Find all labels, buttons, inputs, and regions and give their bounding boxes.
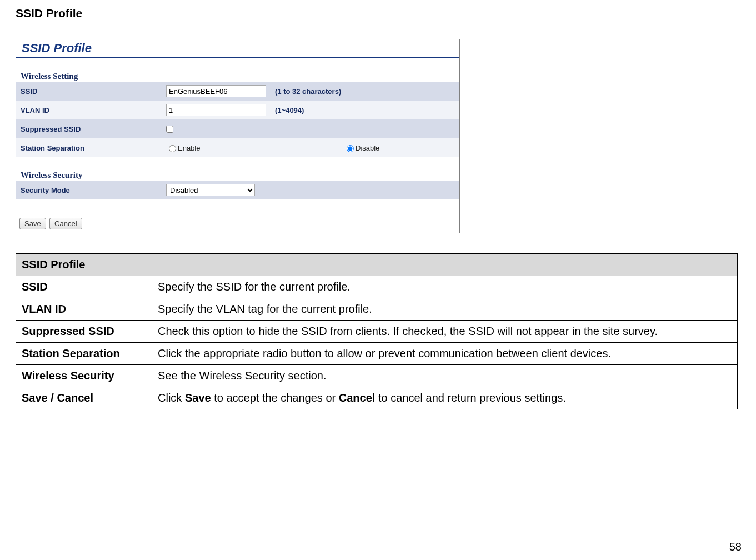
- desc-key: Suppressed SSID: [16, 321, 152, 343]
- desc-value: Check this option to hide the SSID from …: [152, 321, 738, 343]
- desc-key: VLAN ID: [16, 298, 152, 321]
- separation-enable-radio[interactable]: [169, 145, 176, 152]
- desc-key: Save / Cancel: [16, 387, 152, 409]
- security-mode-control: Disabled: [166, 184, 255, 196]
- doc-heading: SSID Profile: [16, 7, 740, 20]
- ssid-input[interactable]: [166, 85, 266, 97]
- security-mode-select[interactable]: Disabled: [166, 184, 255, 196]
- desc-key: Wireless Security: [16, 365, 152, 387]
- save-button[interactable]: Save: [19, 218, 46, 229]
- ssid-label: SSID: [21, 87, 166, 96]
- row-suppressed: Suppressed SSID: [16, 119, 459, 138]
- vlan-hint: (1~4094): [275, 106, 304, 114]
- row-security-mode: Security Mode Disabled: [16, 181, 459, 199]
- suppressed-checkbox[interactable]: [166, 126, 173, 133]
- separation-disable-label: Disable: [356, 144, 379, 152]
- ssid-hint: (1 to 32 characters): [275, 87, 341, 96]
- table-row: Suppressed SSIDCheck this option to hide…: [16, 321, 738, 343]
- separation-radios: Enable Disable: [166, 143, 455, 152]
- separation-disable-radio[interactable]: [347, 145, 354, 152]
- row-vlan: VLAN ID (1~4094): [16, 101, 459, 119]
- row-separation: Station Separation Enable Disable: [16, 138, 459, 157]
- table-row: Wireless SecuritySee the Wireless Securi…: [16, 365, 738, 387]
- table-row: Save / CancelClick Save to accept the ch…: [16, 387, 738, 409]
- vlan-label: VLAN ID: [21, 106, 166, 114]
- divider: [19, 212, 456, 212]
- separation-enable-option[interactable]: Enable: [166, 143, 344, 152]
- panel-title: SSID Profile: [16, 39, 459, 58]
- page-number: 58: [729, 541, 742, 553]
- table-row: Station SeparationClick the appropriate …: [16, 343, 738, 365]
- separation-disable-option[interactable]: Disable: [344, 143, 379, 152]
- vlan-control: (1~4094): [166, 104, 304, 116]
- desc-value: Click Save to accept the changes or Canc…: [152, 387, 738, 409]
- desc-value: See the Wireless Security section.: [152, 365, 738, 387]
- desc-header: SSID Profile: [16, 254, 738, 276]
- description-table: SSID Profile SSIDSpecify the SSID for th…: [16, 253, 738, 409]
- suppressed-control: [166, 126, 176, 133]
- table-row: SSIDSpecify the SSID for the current pro…: [16, 276, 738, 298]
- desc-value: Specify the SSID for the current profile…: [152, 276, 738, 298]
- row-ssid: SSID (1 to 32 characters): [16, 82, 459, 101]
- button-row: Save Cancel: [16, 217, 459, 229]
- desc-key: SSID: [16, 276, 152, 298]
- separation-label: Station Separation: [21, 144, 166, 152]
- wireless-security-heading: Wireless Security: [16, 157, 459, 181]
- ssid-control: (1 to 32 characters): [166, 85, 341, 97]
- page: SSID Profile SSID Profile Wireless Setti…: [0, 0, 756, 560]
- vlan-input[interactable]: [166, 104, 266, 116]
- desc-value: Click the appropriate radio button to al…: [152, 343, 738, 365]
- security-mode-label: Security Mode: [21, 186, 166, 194]
- wireless-setting-heading: Wireless Setting: [16, 58, 459, 82]
- desc-key: Station Separation: [16, 343, 152, 365]
- ssid-profile-panel: SSID Profile Wireless Setting SSID (1 to…: [16, 39, 460, 233]
- separation-enable-label: Enable: [178, 144, 200, 152]
- desc-value: Specify the VLAN tag for the current pro…: [152, 298, 738, 321]
- suppressed-label: Suppressed SSID: [21, 125, 166, 133]
- table-row: VLAN IDSpecify the VLAN tag for the curr…: [16, 298, 738, 321]
- cancel-button[interactable]: Cancel: [49, 218, 82, 229]
